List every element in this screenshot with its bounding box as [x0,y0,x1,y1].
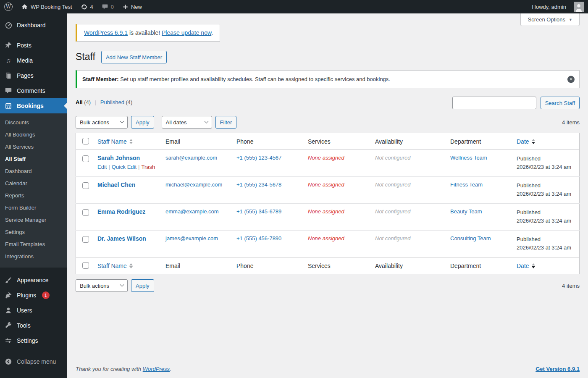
sort-arrows-icon [129,263,133,268]
phone-link[interactable]: +1 (555) 123-4567 [236,155,281,161]
sidebar-item-discounts[interactable]: Discounts [0,116,67,129]
sidebar-item-pages[interactable]: Pages [0,68,67,83]
sidebar-item-settings[interactable]: Settings [0,333,67,348]
wp-logo-menu[interactable]: W [0,0,17,13]
staff-name-link[interactable]: Sarah Johnson [97,155,140,161]
sidebar-item-integrations[interactable]: Integrations [0,250,67,262]
admin-bar: W WP Booking Test 4 0 New [0,0,588,13]
sidebar-item-all-staff[interactable]: All Staff [0,153,67,165]
sidebar-item-comments[interactable]: Comments [0,83,67,98]
filter-button[interactable]: Filter [215,116,237,129]
department-link[interactable]: Consulting Team [450,235,491,242]
items-count: 4 items [562,283,580,289]
calendar-icon [4,102,13,110]
dismiss-notice-button[interactable]: ✕ [567,76,575,83]
table-row: Dr. James Wilson james@example.com +1 (5… [76,231,580,257]
email-link[interactable]: sarah@example.com [165,155,217,161]
email-link[interactable]: emma@example.com [165,208,219,215]
email-link[interactable]: michael@example.com [165,181,222,188]
pin-icon [4,41,13,50]
staff-name-link[interactable]: Dr. James Wilson [97,235,146,242]
date-filter-select[interactable]: All dates [162,116,212,129]
sidebar-item-reports[interactable]: Reports [0,189,67,202]
edit-link[interactable]: Edit [97,164,107,170]
sidebar-item-plugins[interactable]: Plugins 1 [0,288,67,303]
sidebar-item-all-bookings[interactable]: All Bookings [0,129,67,141]
bulk-actions-select[interactable]: Bulk actions [76,279,128,292]
wordpress-version-link[interactable]: WordPress 6.9.1 [84,29,128,36]
updates-link[interactable]: 4 [76,0,97,13]
sidebar-item-appearance[interactable]: Appearance [0,273,67,288]
comments-link[interactable]: 0 [97,0,118,13]
sidebar-item-bookings[interactable]: Bookings [0,98,67,113]
services-status: None assigned [308,235,344,242]
sort-date-header[interactable]: Date [517,262,535,269]
user-icon [4,306,13,315]
select-row-checkbox[interactable] [82,236,89,243]
department-link[interactable]: Fitness Team [450,181,483,188]
sort-date-header[interactable]: Date [517,138,535,145]
collapse-menu-button[interactable]: Collapse menu [0,354,67,369]
brush-icon [4,276,13,284]
date-cell: Published2026/02/23 at 3:24 am [512,177,580,204]
phone-link[interactable]: +1 (555) 456-7890 [236,235,281,242]
sidebar-item-bookings-dashboard[interactable]: Dashboard [0,165,67,177]
view-published-link[interactable]: Published [100,99,124,105]
search-staff-button[interactable]: Search Staff [541,97,580,109]
bulk-actions-select[interactable]: Bulk actions [76,116,128,129]
screen-options-caret-icon: ▼ [569,18,572,22]
quick-edit-link[interactable]: Quick Edit [112,164,136,170]
wordpress-footer-link[interactable]: WordPress [143,366,170,372]
avatar[interactable] [574,2,584,12]
add-new-staff-button[interactable]: Add New Staff Member [101,51,167,63]
trash-link[interactable]: Trash [141,164,155,170]
admin-footer: Thank you for creating with WordPress. G… [76,366,580,372]
comments-icon [4,87,13,95]
site-name-link[interactable]: WP Booking Test [17,0,76,13]
my-account-link[interactable]: Howdy, admin [528,4,570,10]
select-row-checkbox[interactable] [82,182,89,189]
wrench-icon [4,321,13,330]
sort-staff-name-header[interactable]: Staff Name [97,138,133,145]
home-icon [21,3,28,10]
table-row: Sarah Johnson Edit|Quick Edit|Trash sara… [76,150,580,177]
column-header-services: Services [304,257,371,274]
search-input[interactable] [452,97,536,109]
phone-link[interactable]: +1 (555) 234-5678 [236,181,281,188]
sort-staff-name-header[interactable]: Staff Name [97,262,133,269]
view-all-link[interactable]: All [76,99,83,105]
bookings-submenu: Discounts All Bookings All Services All … [0,113,67,268]
phone-link[interactable]: +1 (555) 345-6789 [236,208,281,215]
column-header-phone: Phone [232,133,304,150]
sidebar-item-calendar[interactable]: Calendar [0,177,67,189]
select-all-checkbox[interactable] [82,262,89,269]
wordpress-logo-icon: W [4,3,13,11]
staff-member-notice: Staff Member: Set up staff member profil… [76,70,580,88]
staff-name-link[interactable]: Michael Chen [97,181,135,188]
select-row-checkbox[interactable] [82,155,89,162]
sidebar-item-all-services[interactable]: All Services [0,141,67,153]
sidebar-item-posts[interactable]: Posts [0,38,67,53]
sidebar-item-tools[interactable]: Tools [0,318,67,333]
staff-name-link[interactable]: Emma Rodriguez [97,208,145,215]
items-count: 4 items [562,119,580,126]
sidebar-item-bookings-settings[interactable]: Settings [0,226,67,238]
sidebar-item-media[interactable]: ♫ Media [0,53,67,68]
page-title: Staff [76,51,95,63]
screen-options-tab[interactable]: Screen Options ▼ [520,13,580,26]
department-link[interactable]: Wellness Team [450,155,487,161]
update-now-link[interactable]: Please update now [162,29,211,36]
department-link[interactable]: Beauty Team [450,208,482,215]
select-all-checkbox[interactable] [82,138,89,144]
select-row-checkbox[interactable] [82,209,89,216]
new-content-link[interactable]: New [118,0,146,13]
sidebar-item-email-templates[interactable]: Email Templates [0,238,67,250]
sidebar-item-dashboard[interactable]: Dashboard [0,18,67,33]
sidebar-item-form-builder[interactable]: Form Builder [0,202,67,214]
sidebar-item-service-manager[interactable]: Service Manager [0,214,67,226]
get-version-link[interactable]: Get Version 6.9.1 [536,366,580,372]
sidebar-item-users[interactable]: Users [0,303,67,318]
apply-button[interactable]: Apply [131,116,154,129]
apply-button[interactable]: Apply [131,279,154,292]
email-link[interactable]: james@example.com [165,235,218,242]
